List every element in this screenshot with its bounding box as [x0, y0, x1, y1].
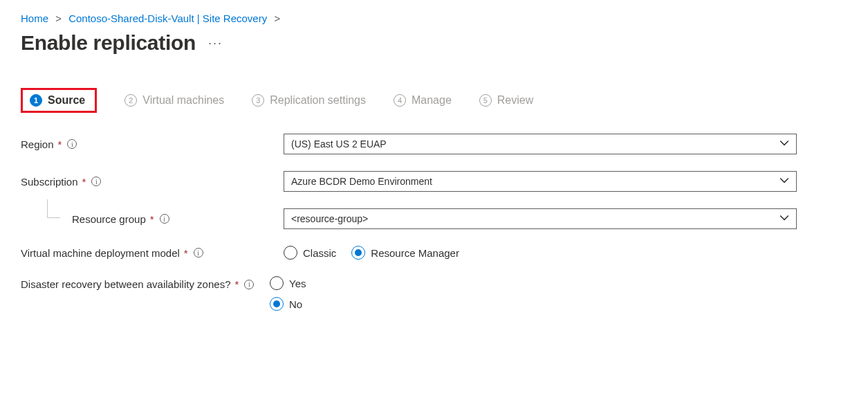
breadcrumb-home[interactable]: Home: [21, 12, 48, 24]
step-label: Replication settings: [270, 94, 366, 107]
required-indicator: *: [58, 138, 62, 150]
required-indicator: *: [82, 176, 86, 188]
chevron-down-icon: [779, 176, 789, 188]
step-label: Virtual machines: [142, 94, 224, 107]
label-dr-zones: Disaster recovery between availability z…: [21, 276, 270, 291]
radio-no[interactable]: No: [270, 297, 783, 311]
more-actions-button[interactable]: ···: [208, 36, 223, 51]
chevron-down-icon: [779, 213, 789, 225]
step-replication-settings[interactable]: 3 Replication settings: [252, 94, 366, 107]
dropdown-value: <resource-group>: [291, 213, 368, 224]
step-virtual-machines[interactable]: 2 Virtual machines: [124, 94, 224, 107]
step-label: Review: [497, 94, 533, 107]
wizard-steps: 1 Source 2 Virtual machines 3 Replicatio…: [21, 88, 847, 113]
deployment-model-radios: Classic Resource Manager: [284, 246, 797, 260]
step-label: Manage: [412, 94, 452, 107]
label-text: Disaster recovery between availability z…: [21, 278, 230, 291]
step-label: Source: [48, 94, 85, 107]
row-deployment-model: Virtual machine deployment model * i Cla…: [21, 246, 847, 260]
info-icon[interactable]: i: [160, 214, 169, 224]
radio-label: Classic: [303, 247, 336, 259]
radio-icon: [351, 246, 365, 260]
radio-classic[interactable]: Classic: [284, 246, 336, 260]
required-indicator: *: [150, 213, 154, 225]
info-icon[interactable]: i: [91, 177, 101, 186]
label-text: Resource group: [72, 213, 146, 225]
step-number-icon: 2: [124, 94, 137, 107]
subscription-dropdown[interactable]: Azure BCDR Demo Environment: [284, 171, 797, 192]
dropdown-value: Azure BCDR Demo Environment: [291, 176, 432, 187]
radio-resource-manager[interactable]: Resource Manager: [351, 246, 459, 260]
chevron-right-icon: >: [274, 12, 280, 24]
radio-label: Yes: [289, 278, 306, 289]
dropdown-value: (US) East US 2 EUAP: [291, 138, 387, 150]
label-text: Virtual machine deployment model: [21, 247, 180, 259]
chevron-down-icon: [779, 138, 789, 150]
step-source-highlight: 1 Source: [21, 88, 97, 113]
required-indicator: *: [184, 247, 188, 259]
label-subscription: Subscription * i: [21, 176, 284, 188]
step-number-icon: 5: [479, 94, 492, 107]
step-review[interactable]: 5 Review: [479, 94, 533, 107]
breadcrumb: Home > Contoso-Shared-Disk-Vault | Site …: [21, 12, 847, 24]
info-icon[interactable]: i: [194, 248, 203, 258]
radio-label: No: [289, 298, 302, 310]
dr-zones-radios: Yes No: [270, 276, 783, 311]
step-source[interactable]: 1 Source: [30, 94, 85, 107]
info-icon[interactable]: i: [244, 280, 254, 289]
radio-icon: [270, 276, 284, 290]
step-number-icon: 4: [394, 94, 406, 107]
info-icon[interactable]: i: [67, 139, 77, 149]
row-region: Region * i (US) East US 2 EUAP: [21, 134, 847, 154]
radio-yes[interactable]: Yes: [270, 276, 783, 290]
label-deployment-model: Virtual machine deployment model * i: [21, 247, 284, 259]
step-manage[interactable]: 4 Manage: [394, 94, 452, 107]
radio-icon: [284, 246, 297, 260]
step-number-icon: 3: [252, 94, 264, 107]
required-indicator: *: [234, 278, 239, 291]
radio-label: Resource Manager: [371, 247, 459, 259]
page-title: Enable replication: [21, 31, 196, 55]
title-row: Enable replication ···: [21, 31, 847, 55]
row-subscription: Subscription * i Azure BCDR Demo Environ…: [21, 171, 847, 192]
label-text: Subscription: [21, 176, 78, 188]
label-region: Region * i: [21, 138, 284, 150]
label-resource-group: Resource group * i: [21, 213, 284, 225]
region-dropdown[interactable]: (US) East US 2 EUAP: [284, 134, 797, 154]
breadcrumb-vault[interactable]: Contoso-Shared-Disk-Vault | Site Recover…: [68, 12, 267, 24]
label-text: Region: [21, 138, 54, 150]
resource-group-dropdown[interactable]: <resource-group>: [284, 208, 797, 229]
row-resource-group: Resource group * i <resource-group>: [21, 208, 847, 229]
radio-icon: [270, 297, 284, 311]
step-number-icon: 1: [30, 94, 42, 107]
chevron-right-icon: >: [55, 12, 62, 24]
row-dr-zones: Disaster recovery between availability z…: [21, 276, 847, 311]
